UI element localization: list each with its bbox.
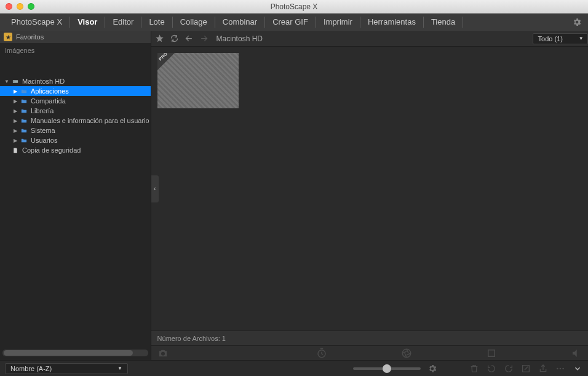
sidebar-scrollbar-thumb[interactable]: [4, 350, 133, 356]
svg-point-8: [402, 349, 411, 358]
thumbnail-item[interactable]: PRO: [157, 53, 239, 108]
rotate-left-button[interactable]: [486, 363, 497, 374]
tab-tienda[interactable]: Tienda: [424, 17, 463, 28]
drive-icon: [11, 78, 20, 85]
tree-item-aplicaciones[interactable]: ▶Aplicaciones: [0, 86, 151, 96]
folder-icon: [20, 127, 28, 134]
memory-icon: [486, 348, 497, 359]
sidebar-scrollbar[interactable]: [2, 350, 148, 356]
tab-herramientas[interactable]: Herramientas: [360, 17, 424, 28]
main-panel: Macintosh HD Todo (1) ▼: [151, 31, 588, 360]
tree-item-label: Macintosh HD: [22, 78, 65, 85]
refresh-icon[interactable]: [170, 34, 180, 44]
slider-settings-button[interactable]: [427, 363, 438, 374]
svg-point-1: [14, 81, 14, 81]
tree-item-label: Compartida: [31, 97, 66, 105]
folder-icon: [20, 118, 28, 124]
tree-item-label: Manuales e información para el usuario: [31, 117, 149, 124]
folder-tree: ▼Macintosh HD▶Aplicaciones▶Compartida▶Li…: [0, 58, 151, 348]
main-menubar: PhotoScape X Visor Editor Lote Collage C…: [0, 14, 588, 31]
viewer-toolbar: Macintosh HD Todo (1) ▼: [151, 31, 588, 47]
tab-combinar[interactable]: Combinar: [215, 17, 265, 28]
more-button[interactable]: [555, 363, 566, 374]
zoom-slider[interactable]: [353, 367, 421, 370]
favorite-star-icon[interactable]: [155, 34, 165, 44]
share-button[interactable]: [538, 363, 549, 374]
images-section-label: Imágenes: [0, 43, 151, 58]
tree-item-copia-de-seguridad[interactable]: Copia de seguridad: [0, 145, 151, 155]
triangle-down-icon: ▼: [4, 79, 10, 84]
tree-item-label: Aplicaciones: [31, 87, 69, 95]
filter-dropdown-label: Todo (1): [538, 35, 563, 42]
sidebar: ★ Favoritos Imágenes ▼Macintosh HD▶Aplic…: [0, 31, 151, 360]
camera-icon: [157, 348, 169, 359]
triangle-right-icon: ▶: [12, 98, 18, 104]
sort-dropdown-label: Nombre (A-Z): [10, 365, 52, 372]
collapse-sidebar-handle[interactable]: ‹: [151, 175, 159, 202]
tree-item-label: Librería: [31, 107, 54, 114]
folder-icon: [20, 137, 28, 144]
chevron-down-icon: ▼: [579, 36, 584, 41]
tree-item-usuarios[interactable]: ▶Usuarios: [0, 135, 151, 145]
folder-icon: [20, 88, 28, 95]
tab-crear-gif[interactable]: Crear GIF: [265, 17, 316, 28]
file-count-label: Número de Archivos: 1: [157, 335, 226, 342]
triangle-right-icon: ▶: [12, 138, 18, 143]
triangle-right-icon: ▶: [12, 89, 18, 94]
zoom-slider-knob[interactable]: [383, 364, 391, 373]
tab-editor[interactable]: Editor: [105, 17, 141, 28]
sort-dropdown[interactable]: Nombre (A-Z) ▼: [5, 363, 128, 374]
folder-icon: [20, 98, 28, 105]
svg-point-12: [557, 367, 558, 369]
svg-point-14: [562, 367, 564, 369]
edit-button[interactable]: [520, 363, 531, 374]
svg-rect-0: [13, 80, 18, 83]
rotate-right-button[interactable]: [503, 363, 514, 374]
thumbnail-grid: PRO ‹: [151, 47, 588, 330]
tab-collage[interactable]: Collage: [173, 17, 215, 28]
folder-icon: [20, 108, 28, 114]
window-titlebar: PhotoScape X: [0, 0, 588, 14]
star-icon: ★: [4, 33, 12, 41]
svg-point-13: [560, 367, 562, 369]
chevron-down-icon: ▼: [117, 366, 122, 371]
svg-rect-9: [488, 350, 495, 356]
tab-photoscape[interactable]: PhotoScape X: [4, 17, 70, 28]
tree-item-librería[interactable]: ▶Librería: [0, 106, 151, 116]
doc-icon: [11, 147, 20, 154]
disabled-action-bar: [151, 345, 588, 360]
timer-icon: [316, 348, 327, 359]
tab-visor[interactable]: Visor: [70, 17, 105, 28]
tree-item-sistema[interactable]: ▶Sistema: [0, 126, 151, 135]
forward-icon[interactable]: [199, 34, 209, 44]
favorites-header[interactable]: ★ Favoritos: [0, 31, 151, 43]
bottom-bar: Nombre (A-Z) ▼: [0, 360, 588, 376]
tree-item-compartida[interactable]: ▶Compartida: [0, 96, 151, 106]
tree-item-label: Sistema: [31, 127, 55, 134]
window-title: PhotoScape X: [0, 2, 588, 11]
tree-item-manuales-e-información-para-el-usuario[interactable]: ▶Manuales e información para el usuario: [0, 116, 151, 126]
tab-lote[interactable]: Lote: [141, 17, 172, 28]
sound-icon: [571, 348, 582, 359]
triangle-right-icon: ▶: [12, 128, 18, 134]
trash-button[interactable]: [469, 363, 480, 374]
tree-item-label: Copia de seguridad: [22, 146, 81, 154]
favorites-label: Favoritos: [16, 33, 44, 41]
triangle-right-icon: ▶: [12, 118, 18, 124]
chevron-left-icon: ‹: [154, 185, 156, 192]
pro-badge: PRO: [157, 53, 175, 70]
filter-dropdown[interactable]: Todo (1) ▼: [533, 33, 588, 44]
expand-chevron-button[interactable]: [572, 363, 583, 374]
back-icon[interactable]: [185, 34, 194, 44]
tree-item-label: Usuarios: [31, 137, 57, 144]
aperture-icon: [401, 348, 412, 359]
tab-imprimir[interactable]: Imprimir: [316, 17, 360, 28]
triangle-right-icon: ▶: [12, 108, 18, 114]
settings-button[interactable]: [572, 17, 582, 27]
tree-item-macintosh-hd[interactable]: ▼Macintosh HD: [0, 76, 151, 86]
breadcrumb: Macintosh HD: [217, 34, 263, 43]
status-bar: Número de Archivos: 1: [151, 330, 588, 345]
